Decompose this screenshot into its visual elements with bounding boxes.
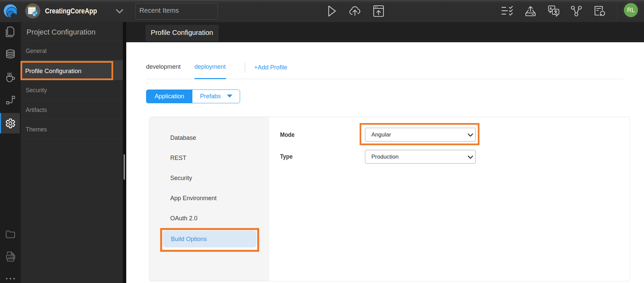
svg-text:LOG: LOG (8, 256, 13, 259)
